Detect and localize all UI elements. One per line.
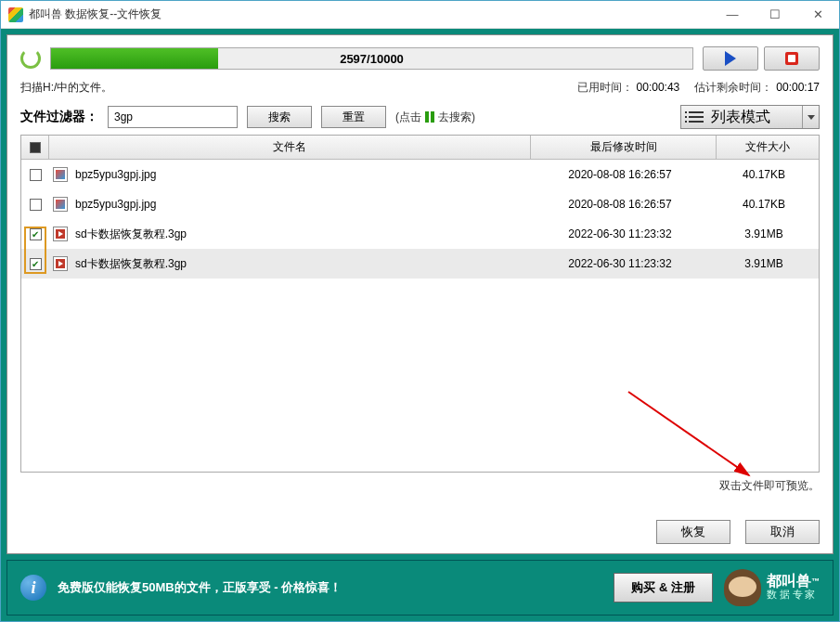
row-checkbox[interactable] bbox=[30, 228, 42, 240]
image-file-icon bbox=[53, 167, 68, 182]
promo-text: 免费版仅能恢复50MB的文件，正版享受 - 价格惊喜！ bbox=[58, 579, 602, 596]
table-body[interactable]: bpz5ypu3gpj.jpg2020-08-08 16:26:5740.17K… bbox=[21, 160, 819, 472]
select-all-checkbox[interactable] bbox=[30, 142, 41, 153]
search-button[interactable]: 搜索 bbox=[247, 106, 312, 128]
scan-controls bbox=[703, 46, 820, 71]
file-size: 40.17KB bbox=[713, 198, 815, 211]
row-checkbox[interactable] bbox=[30, 169, 42, 181]
progress-row: 2597/10000 bbox=[20, 46, 820, 71]
scan-status-text: 扫描H:/中的文件。 bbox=[20, 80, 112, 96]
play-button[interactable] bbox=[703, 46, 758, 71]
file-name: bpz5ypu3gpj.jpg bbox=[71, 168, 527, 181]
dropdown-toggle[interactable] bbox=[802, 106, 819, 128]
close-button[interactable]: ✕ bbox=[796, 1, 839, 28]
file-size: 40.17KB bbox=[713, 168, 815, 181]
search-hint: (点击 去搜索) bbox=[395, 110, 475, 125]
table-row[interactable]: bpz5ypu3gpj.jpg2020-08-08 16:26:5740.17K… bbox=[21, 160, 819, 189]
brand-logo: 都叫兽™ 数 据 专 家 bbox=[724, 569, 820, 606]
col-filename[interactable]: 文件名 bbox=[49, 136, 531, 159]
maximize-button[interactable]: ☐ bbox=[754, 1, 796, 28]
row-check-cell bbox=[21, 258, 49, 270]
file-icon-cell bbox=[49, 256, 71, 271]
main-panel: 2597/10000 扫描H:/中的文件。 已用时间：00:00:43 估计剩余… bbox=[6, 34, 834, 554]
elapsed-value: 00:00:43 bbox=[637, 81, 680, 94]
table-header: 文件名 最后修改时间 文件大小 bbox=[21, 136, 819, 160]
window-controls: — ☐ ✕ bbox=[711, 1, 839, 28]
file-date: 2020-08-08 16:26:57 bbox=[527, 198, 713, 211]
table-row[interactable]: bpz5ypu3gpj.jpg2020-08-08 16:26:5740.17K… bbox=[21, 189, 819, 219]
app-icon bbox=[8, 7, 23, 22]
cancel-button[interactable]: 取消 bbox=[745, 520, 820, 544]
file-icon-cell bbox=[49, 197, 71, 212]
file-name: sd卡数据恢复教程.3gp bbox=[71, 227, 527, 242]
recover-button[interactable]: 恢复 bbox=[656, 520, 730, 544]
row-checkbox[interactable] bbox=[30, 199, 42, 211]
filter-row: 文件过滤器： 搜索 重置 (点击 去搜索) 列表模式 bbox=[20, 105, 820, 129]
file-date: 2022-06-30 11:23:32 bbox=[527, 257, 713, 270]
elapsed-label: 已用时间： bbox=[577, 81, 633, 94]
file-size: 3.91MB bbox=[713, 227, 815, 240]
row-check-cell bbox=[21, 228, 49, 240]
elapsed-group: 已用时间：00:00:43 bbox=[577, 80, 680, 96]
video-file-icon bbox=[53, 227, 68, 241]
filter-label: 文件过滤器： bbox=[20, 109, 98, 125]
file-size: 3.91MB bbox=[713, 257, 815, 270]
minimize-button[interactable]: — bbox=[711, 1, 754, 28]
view-mode-dropdown[interactable]: 列表模式 bbox=[680, 105, 820, 129]
table-row[interactable]: sd卡数据恢复教程.3gp2022-06-30 11:23:323.91MB bbox=[21, 219, 819, 249]
status-row: 扫描H:/中的文件。 已用时间：00:00:43 估计剩余时间：00:00:17 bbox=[20, 80, 820, 96]
play-icon bbox=[725, 51, 736, 66]
file-date: 2020-08-08 16:26:57 bbox=[527, 168, 713, 181]
stop-button[interactable] bbox=[764, 46, 820, 71]
row-checkbox[interactable] bbox=[30, 258, 42, 270]
stop-icon bbox=[785, 52, 798, 65]
mascot-icon bbox=[724, 569, 761, 606]
file-name: bpz5ypu3gpj.jpg bbox=[71, 198, 527, 211]
preview-hint: 双击文件即可预览。 bbox=[20, 478, 820, 494]
action-buttons: 恢复 取消 bbox=[20, 520, 820, 544]
remaining-value: 00:00:17 bbox=[776, 81, 820, 94]
file-name: sd卡数据恢复教程.3gp bbox=[71, 256, 527, 272]
buy-register-button[interactable]: 购买 & 注册 bbox=[614, 573, 713, 603]
row-check-cell bbox=[21, 199, 49, 211]
outer-frame: 2597/10000 扫描H:/中的文件。 已用时间：00:00:43 估计剩余… bbox=[1, 29, 839, 621]
remaining-group: 估计剩余时间：00:00:17 bbox=[694, 80, 820, 96]
list-icon bbox=[689, 111, 704, 123]
promo-bar: i 免费版仅能恢复50MB的文件，正版享受 - 价格惊喜！ 购买 & 注册 都叫… bbox=[6, 560, 834, 616]
file-icon-cell bbox=[49, 227, 71, 241]
video-file-icon bbox=[53, 256, 68, 271]
window-title: 都叫兽 数据恢复--文件恢复 bbox=[29, 6, 711, 22]
file-icon-cell bbox=[49, 167, 71, 182]
filter-input[interactable] bbox=[108, 106, 238, 128]
file-date: 2022-06-30 11:23:32 bbox=[527, 227, 713, 240]
time-status: 已用时间：00:00:43 估计剩余时间：00:00:17 bbox=[577, 80, 820, 96]
table-row[interactable]: sd卡数据恢复教程.3gp2022-06-30 11:23:323.91MB bbox=[21, 249, 819, 279]
brand-text: 都叫兽™ 数 据 专 家 bbox=[767, 575, 820, 601]
col-modified[interactable]: 最后修改时间 bbox=[531, 136, 717, 159]
progress-text: 2597/10000 bbox=[340, 52, 404, 66]
info-icon: i bbox=[20, 575, 46, 601]
pause-icon bbox=[425, 111, 434, 123]
titlebar: 都叫兽 数据恢复--文件恢复 — ☐ ✕ bbox=[1, 1, 839, 29]
spinner-icon bbox=[20, 48, 41, 69]
image-file-icon bbox=[53, 197, 68, 212]
progress-fill bbox=[51, 48, 218, 69]
view-mode-label: 列表模式 bbox=[711, 108, 770, 127]
row-check-cell bbox=[21, 169, 49, 181]
col-size[interactable]: 文件大小 bbox=[717, 136, 819, 159]
progress-bar: 2597/10000 bbox=[50, 47, 693, 70]
app-window: 都叫兽 数据恢复--文件恢复 — ☐ ✕ 2597/10000 扫描H:/中的文… bbox=[0, 0, 840, 622]
col-check[interactable] bbox=[21, 136, 49, 159]
reset-button[interactable]: 重置 bbox=[321, 106, 386, 128]
file-table: 文件名 最后修改时间 文件大小 bpz5ypu3gpj.jpg2020-08-0… bbox=[20, 135, 820, 473]
remaining-label: 估计剩余时间： bbox=[694, 81, 772, 94]
chevron-down-icon bbox=[808, 115, 815, 120]
